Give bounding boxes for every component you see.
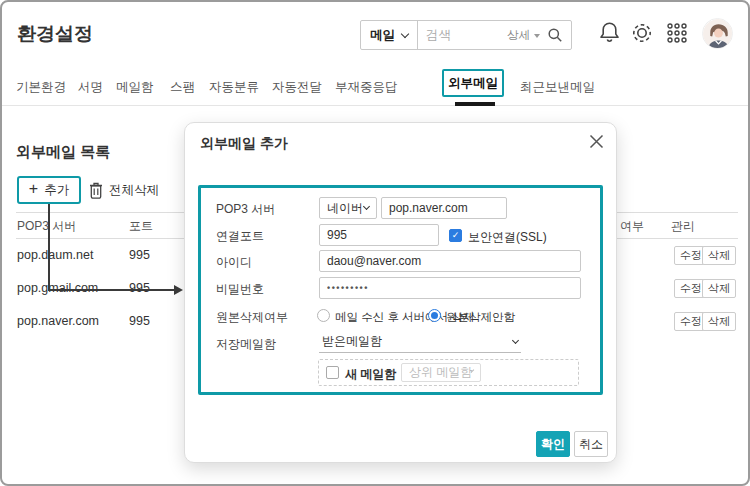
- server-label: POP3 서버: [216, 201, 275, 218]
- settings-page: 환경설정 메일 상세: [0, 0, 750, 486]
- new-mailbox-label: 새 메일함: [345, 366, 396, 383]
- plus-icon: +: [29, 181, 38, 197]
- server-preset-value: 네이버: [327, 200, 363, 217]
- radio-delete-after-receive[interactable]: [317, 309, 330, 322]
- new-mailbox-checkbox[interactable]: [326, 366, 339, 379]
- save-mailbox-value: 받은메일함: [322, 333, 382, 350]
- search-icon[interactable]: [547, 27, 563, 43]
- radio-keep-original[interactable]: [428, 309, 441, 322]
- row-server: pop.naver.com: [17, 314, 99, 328]
- active-tab-highlight: 외부메일: [442, 69, 504, 97]
- password-input[interactable]: [319, 277, 581, 299]
- annotation-arrow-horizontal: [48, 289, 175, 291]
- tab-autoforward[interactable]: 자동전달: [272, 79, 322, 96]
- cancel-button[interactable]: 취소: [574, 431, 608, 457]
- tab-signature[interactable]: 서명: [78, 79, 103, 96]
- confirm-button[interactable]: 확인: [536, 431, 570, 457]
- col-header-status: 여부: [620, 218, 644, 235]
- page-title: 환경설정: [17, 21, 93, 47]
- tab-outofoffice[interactable]: 부재중응답: [335, 79, 398, 96]
- tab-spam[interactable]: 스팸: [170, 79, 195, 96]
- list-heading: 외부메일 목록: [16, 143, 110, 162]
- annotation-arrow-vertical: [48, 204, 50, 290]
- annotation-arrow-head: [174, 285, 183, 295]
- triangle-down-icon: [534, 34, 540, 38]
- tab-mailbox[interactable]: 메일함: [116, 79, 154, 96]
- chevron-down-icon: [512, 336, 519, 343]
- add-button-label: 추가: [44, 182, 69, 199]
- add-external-mail-modal: 외부메일 추가 POP3 서버 네이버 연결포트 보안연결(SSL) 아이디 비…: [184, 122, 617, 463]
- parent-mailbox-select[interactable]: 상위 메일함: [401, 363, 481, 382]
- tab-basic[interactable]: 기본환경: [16, 79, 66, 96]
- tab-autosort[interactable]: 자동분류: [209, 79, 259, 96]
- delete-all-button[interactable]: 전체삭제: [89, 179, 159, 201]
- account-input[interactable]: [319, 250, 581, 272]
- server-preset-select[interactable]: 네이버: [319, 197, 377, 219]
- save-mailbox-label: 저장메일함: [216, 336, 276, 353]
- search-input[interactable]: [418, 28, 507, 42]
- row-server: pop.daum.net: [17, 248, 93, 262]
- tabbar-divider: [2, 105, 748, 106]
- ssl-label: 보안연결(SSL): [468, 229, 547, 246]
- app-grid-icon[interactable]: [667, 23, 687, 47]
- row-server: pop.gmail.com: [17, 281, 98, 295]
- advanced-search-label: 상세: [507, 28, 530, 43]
- save-mailbox-select[interactable]: 받은메일함: [319, 331, 521, 353]
- parent-mailbox-value: 상위 메일함: [409, 364, 472, 381]
- ssl-checkbox[interactable]: [449, 229, 462, 242]
- user-avatar[interactable]: [702, 18, 733, 49]
- delete-all-label: 전체삭제: [109, 182, 159, 199]
- gear-icon[interactable]: [630, 21, 654, 49]
- delete-button[interactable]: 삭제: [702, 246, 736, 265]
- add-button-highlight: + 추가: [17, 176, 81, 204]
- add-button[interactable]: + 추가: [19, 178, 79, 202]
- close-icon[interactable]: [586, 131, 606, 151]
- password-label: 비밀번호: [216, 281, 264, 298]
- delete-button[interactable]: 삭제: [702, 279, 736, 298]
- advanced-search-toggle[interactable]: 상세: [507, 28, 540, 43]
- col-header-port: 포트: [129, 218, 153, 235]
- trash-icon: [89, 182, 103, 199]
- port-input[interactable]: [319, 224, 439, 246]
- chevron-down-icon: [401, 29, 409, 37]
- modal-title: 외부메일 추가: [200, 135, 288, 153]
- server-address-input[interactable]: [381, 197, 507, 219]
- row-port: 995: [129, 281, 150, 295]
- search-bar: 메일 상세: [360, 20, 572, 50]
- port-label: 연결포트: [216, 228, 264, 245]
- chevron-down-icon: [363, 203, 370, 210]
- radio-keep-original-label: 원본삭제안함: [446, 310, 515, 325]
- row-port: 995: [129, 248, 150, 262]
- form-highlight-box: POP3 서버 네이버 연결포트 보안연결(SSL) 아이디 비밀번호 원본삭제…: [198, 185, 603, 395]
- col-header-server: POP3 서버: [17, 218, 76, 235]
- delete-original-label: 원본삭제여부: [216, 309, 288, 326]
- delete-button[interactable]: 삭제: [702, 312, 736, 331]
- new-mailbox-box: 새 메일함 상위 메일함: [318, 359, 579, 386]
- search-scope-select[interactable]: 메일: [361, 27, 417, 44]
- active-tab-underline: [455, 102, 495, 106]
- bell-icon[interactable]: [598, 20, 621, 50]
- account-label: 아이디: [216, 254, 252, 271]
- chevron-down-icon: [471, 369, 475, 373]
- tab-recent-sent[interactable]: 최근보낸메일: [520, 79, 595, 96]
- tab-external-mail[interactable]: 외부메일: [448, 75, 498, 92]
- row-port: 995: [129, 314, 150, 328]
- search-scope-label: 메일: [370, 27, 395, 44]
- col-header-manage: 관리: [671, 218, 695, 235]
